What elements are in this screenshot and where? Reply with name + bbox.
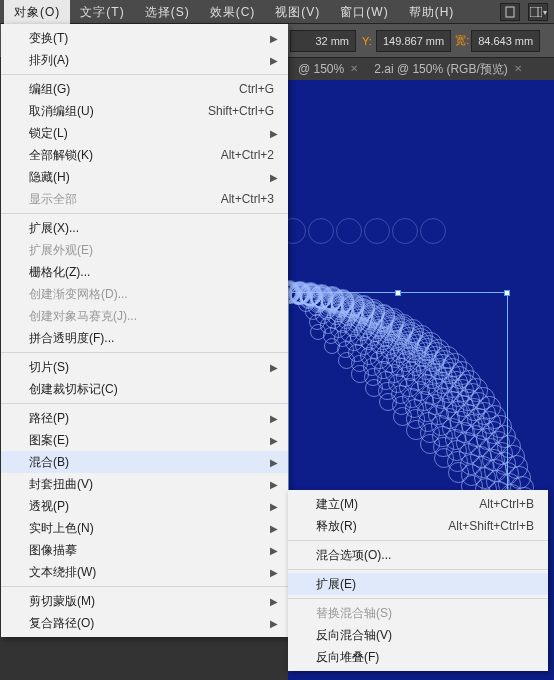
menu-item-label: 复合路径(O): [29, 615, 94, 632]
menu-item: 替换混合轴(S): [288, 602, 548, 624]
menu-item[interactable]: 取消编组(U)Shift+Ctrl+G: [1, 100, 288, 122]
menu-item-label: 创建裁切标记(C): [29, 381, 118, 398]
menu-item-label: 全部解锁(K): [29, 147, 93, 164]
menu-item-label: 剪切蒙版(M): [29, 593, 95, 610]
menu-item-label: 锁定(L): [29, 125, 68, 142]
menu-item[interactable]: 切片(S)▶: [1, 356, 288, 378]
menu-item-label: 栅格化(Z)...: [29, 264, 90, 281]
menu-窗口[interactable]: 窗口(W): [330, 0, 398, 24]
menu-item-label: 封套扭曲(V): [29, 476, 93, 493]
menu-item[interactable]: 混合选项(O)...: [288, 544, 548, 566]
menu-item-label: 图像描摹: [29, 542, 77, 559]
menu-item-label: 混合(B): [29, 454, 69, 471]
menu-item[interactable]: 锁定(L)▶: [1, 122, 288, 144]
view-icon[interactable]: ▾: [528, 3, 548, 21]
menu-item[interactable]: 全部解锁(K)Alt+Ctrl+2: [1, 144, 288, 166]
submenu-arrow-icon: ▶: [270, 413, 278, 424]
menu-item[interactable]: 编组(G)Ctrl+G: [1, 78, 288, 100]
menu-选择[interactable]: 选择(S): [135, 0, 200, 24]
menu-item[interactable]: 扩展(E): [288, 573, 548, 595]
menu-item-label: 扩展外观(E): [29, 242, 93, 259]
document-tab[interactable]: @ 150%✕: [288, 58, 364, 80]
menu-item[interactable]: 排列(A)▶: [1, 49, 288, 71]
handle[interactable]: [504, 290, 510, 296]
menu-item-label: 扩展(X)...: [29, 220, 79, 237]
menu-item[interactable]: 变换(T)▶: [1, 27, 288, 49]
close-icon[interactable]: ✕: [350, 58, 358, 80]
menu-item[interactable]: 栅格化(Z)...: [1, 261, 288, 283]
submenu-arrow-icon: ▶: [270, 567, 278, 578]
menu-item-label: 排列(A): [29, 52, 69, 69]
w-field[interactable]: 84.643 mm: [471, 30, 540, 52]
menu-item-label: 拼合透明度(F)...: [29, 330, 114, 347]
submenu-arrow-icon: ▶: [270, 501, 278, 512]
menu-效果[interactable]: 效果(C): [200, 0, 266, 24]
close-icon[interactable]: ✕: [514, 58, 522, 80]
menu-item: 创建渐变网格(D)...: [1, 283, 288, 305]
shortcut: Alt+Ctrl+2: [221, 148, 274, 162]
menu-item[interactable]: 路径(P)▶: [1, 407, 288, 429]
menu-item[interactable]: 扩展(X)...: [1, 217, 288, 239]
menu-item[interactable]: 透视(P)▶: [1, 495, 288, 517]
shortcut: Alt+Ctrl+3: [221, 192, 274, 206]
menu-item[interactable]: 混合(B)▶: [1, 451, 288, 473]
submenu-arrow-icon: ▶: [270, 55, 278, 66]
submenu-arrow-icon: ▶: [270, 172, 278, 183]
menu-item-label: 释放(R): [316, 518, 357, 535]
menu-item: 显示全部Alt+Ctrl+3: [1, 188, 288, 210]
submenu-arrow-icon: ▶: [270, 128, 278, 139]
y-label: Y:: [358, 35, 376, 47]
submenu-arrow-icon: ▶: [270, 457, 278, 468]
svg-rect-0: [506, 7, 514, 17]
menu-item[interactable]: 封套扭曲(V)▶: [1, 473, 288, 495]
menu-item[interactable]: 反向混合轴(V): [288, 624, 548, 646]
menu-item-label: 创建对象马赛克(J)...: [29, 308, 137, 325]
shortcut: Alt+Shift+Ctrl+B: [448, 519, 534, 533]
menu-item[interactable]: 建立(M)Alt+Ctrl+B: [288, 493, 548, 515]
doc-icon[interactable]: [500, 3, 520, 21]
menu-item-label: 创建渐变网格(D)...: [29, 286, 128, 303]
menu-item: 创建对象马赛克(J)...: [1, 305, 288, 327]
menu-item[interactable]: 隐藏(H)▶: [1, 166, 288, 188]
menu-item-label: 路径(P): [29, 410, 69, 427]
submenu-arrow-icon: ▶: [270, 618, 278, 629]
menu-item[interactable]: 剪切蒙版(M)▶: [1, 590, 288, 612]
blend-submenu: 建立(M)Alt+Ctrl+B释放(R)Alt+Shift+Ctrl+B混合选项…: [288, 490, 548, 671]
w-label: 宽:: [453, 33, 471, 48]
menu-item[interactable]: 释放(R)Alt+Shift+Ctrl+B: [288, 515, 548, 537]
submenu-arrow-icon: ▶: [270, 435, 278, 446]
menu-item-label: 切片(S): [29, 359, 69, 376]
menu-item-label: 显示全部: [29, 191, 77, 208]
submenu-arrow-icon: ▶: [270, 479, 278, 490]
handle[interactable]: [395, 290, 401, 296]
submenu-arrow-icon: ▶: [270, 545, 278, 556]
menu-item-label: 图案(E): [29, 432, 69, 449]
menu-帮助[interactable]: 帮助(H): [399, 0, 465, 24]
menu-视图[interactable]: 视图(V): [265, 0, 330, 24]
submenu-arrow-icon: ▶: [270, 362, 278, 373]
menu-item[interactable]: 反向堆叠(F): [288, 646, 548, 668]
menu-item[interactable]: 实时上色(N)▶: [1, 517, 288, 539]
shortcut: Ctrl+G: [239, 82, 274, 96]
menu-item-label: 编组(G): [29, 81, 70, 98]
menu-item: 扩展外观(E): [1, 239, 288, 261]
menu-文字[interactable]: 文字(T): [70, 0, 134, 24]
topright-icons: ▾: [498, 3, 548, 21]
submenu-arrow-icon: ▶: [270, 596, 278, 607]
document-tab[interactable]: 2.ai @ 150% (RGB/预览)✕: [364, 58, 528, 80]
svg-rect-1: [530, 7, 542, 17]
menu-item-label: 隐藏(H): [29, 169, 70, 186]
object-menu: 变换(T)▶排列(A)▶编组(G)Ctrl+G取消编组(U)Shift+Ctrl…: [1, 24, 288, 637]
tab-bar: @ 150%✕ 2.ai @ 150% (RGB/预览)✕: [288, 58, 554, 80]
menu-item[interactable]: 图案(E)▶: [1, 429, 288, 451]
menu-item[interactable]: 拼合透明度(F)...: [1, 327, 288, 349]
menu-item-label: 扩展(E): [316, 576, 356, 593]
menu-item[interactable]: 图像描摹▶: [1, 539, 288, 561]
menu-item[interactable]: 文本绕排(W)▶: [1, 561, 288, 583]
menu-对象[interactable]: 对象(O): [4, 0, 70, 24]
menu-item[interactable]: 复合路径(O)▶: [1, 612, 288, 634]
menu-item[interactable]: 创建裁切标记(C): [1, 378, 288, 400]
x-field[interactable]: 32 mm: [290, 30, 356, 52]
y-field[interactable]: 149.867 mm: [376, 30, 451, 52]
menu-bar: 对象(O)文字(T)选择(S)效果(C)视图(V)窗口(W)帮助(H): [0, 0, 554, 24]
